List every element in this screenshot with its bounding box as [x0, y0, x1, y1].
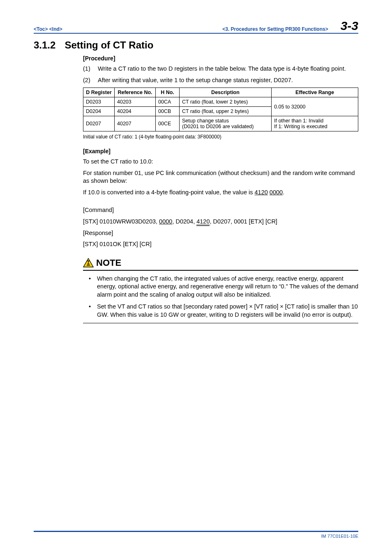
- header-chapter: <3. Procedures for Setting PR300 Functio…: [62, 26, 341, 32]
- command-line: [STX] 01010WRW03D0203, 0000, D0204, 4120…: [83, 218, 358, 226]
- th-eff: Effective Range: [272, 88, 358, 97]
- step-text: After writing that value, write 1 to the…: [98, 76, 293, 85]
- command-label: [Command]: [83, 206, 358, 214]
- value-underlined: 0000: [159, 218, 172, 225]
- cell-desc: CT ratio (float, upper 2 bytes): [180, 107, 272, 116]
- section-title: Setting of CT Ratio: [65, 39, 153, 51]
- section-number: 3.1.2: [34, 39, 55, 51]
- cell-ref: 40203: [115, 97, 156, 107]
- page-header: <Toc> <Ind> <3. Procedures for Setting P…: [34, 20, 358, 34]
- value-underlined: 0000: [270, 189, 283, 196]
- bullet-icon: •: [83, 275, 97, 299]
- cell-desc: CT ratio (float, lower 2 bytes): [180, 97, 272, 107]
- table-footnote: Initial value of CT ratio: 1 (4-byte flo…: [83, 134, 358, 140]
- th-desc: Description: [180, 88, 272, 97]
- cell-desc: Setup change status (D0201 to D0206 are …: [180, 116, 272, 131]
- divider: [83, 323, 358, 323]
- divider: [34, 531, 358, 532]
- table-row: D0207 40207 00CE Setup change status (D0…: [83, 116, 358, 131]
- step-marker: (2): [83, 76, 98, 85]
- cell-range-shared: 0.05 to 32000: [272, 97, 358, 116]
- table-header-row: D Register Reference No. H No. Descripti…: [83, 88, 358, 97]
- cell-range: If other than 1: Invalid If 1: Writing i…: [272, 116, 358, 131]
- th-ref: Reference No.: [115, 88, 156, 97]
- note-block: NOTE • When changing the CT ratio, the i…: [83, 258, 358, 324]
- cell-dreg: D0203: [83, 97, 115, 107]
- cell-hno: 00CB: [156, 107, 180, 116]
- value-double-underlined: 4120: [196, 218, 210, 226]
- th-dreg: D Register: [83, 88, 115, 97]
- response-label: [Response]: [83, 229, 358, 237]
- example-label: [Example]: [83, 148, 358, 154]
- example-text: For station number 01, use PC link commu…: [83, 169, 358, 185]
- note-item: • When changing the CT ratio, the integr…: [83, 275, 358, 299]
- step-marker: (1): [83, 65, 98, 73]
- divider: [83, 270, 358, 271]
- value-underlined: 4120: [255, 189, 268, 196]
- note-text: Set the VT and CT ratios so that [second…: [97, 303, 358, 319]
- response-line: [STX] 0101OK [ETX] [CR]: [83, 240, 358, 249]
- caution-icon: [83, 258, 94, 268]
- cell-hno: 00CE: [156, 116, 180, 131]
- cell-dreg: D0204: [83, 107, 115, 116]
- bullet-icon: •: [83, 303, 97, 319]
- text: .: [283, 189, 284, 196]
- text: , D0204,: [172, 218, 196, 225]
- text: [STX] 01010WRW03D0203,: [83, 218, 159, 225]
- register-table: D Register Reference No. H No. Descripti…: [83, 88, 358, 131]
- procedure-label: [Procedure]: [83, 55, 358, 62]
- procedure-step: (2) After writing that value, write 1 to…: [83, 76, 358, 85]
- header-left: <Toc> <Ind>: [34, 26, 62, 32]
- example-text: If 10.0 is converted into a 4-byte float…: [83, 189, 358, 197]
- ind-link[interactable]: <Ind>: [49, 26, 62, 32]
- note-title: NOTE: [96, 258, 121, 268]
- cell-ref: 40204: [115, 107, 156, 116]
- cell-ref: 40207: [115, 116, 156, 131]
- procedure-step: (1) Write a CT ratio to the two D regist…: [83, 65, 358, 73]
- note-text: When changing the CT ratio, the integrat…: [97, 275, 358, 299]
- text: , D0207, 0001 [ETX] [CR]: [210, 218, 277, 225]
- page-number: 3-3: [341, 20, 358, 32]
- cell-hno: 00CA: [156, 97, 180, 107]
- cell-dreg: D0207: [83, 116, 115, 131]
- example-text: To set the CT ratio to 10.0:: [83, 158, 358, 166]
- note-item: • Set the VT and CT ratios so that [seco…: [83, 303, 358, 319]
- toc-link[interactable]: <Toc>: [34, 26, 48, 32]
- section-heading: 3.1.2Setting of CT Ratio: [34, 39, 358, 51]
- th-hno: H No.: [156, 88, 180, 97]
- step-text: Write a CT ratio to the two D registers …: [98, 65, 346, 73]
- table-row: D0203 40203 00CA CT ratio (float, lower …: [83, 97, 358, 107]
- text: If 10.0 is converted into a 4-byte float…: [83, 189, 255, 196]
- doc-id: IM 77C01E01-10E: [34, 534, 358, 539]
- page-footer: IM 77C01E01-10E: [34, 531, 358, 539]
